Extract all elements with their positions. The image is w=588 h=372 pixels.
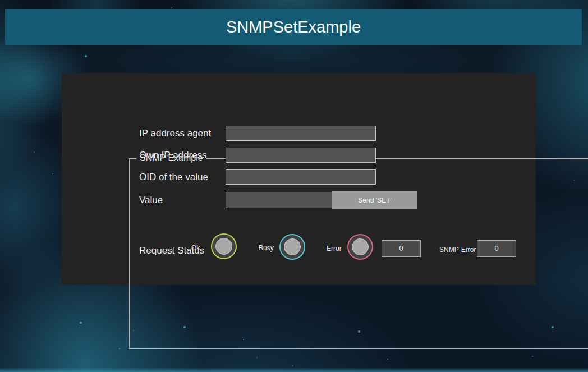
ip-address-agent-input[interactable] [226, 126, 376, 141]
snmp-error-label: SNMP-Error [439, 246, 476, 254]
oid-of-value-label: OID of the value [139, 169, 208, 185]
error-led-disc [352, 238, 369, 255]
error-led-indicator [347, 234, 373, 260]
ok-label: Ok [191, 244, 200, 252]
busy-led-disc [284, 238, 301, 255]
snmp-error-count-display: 0 [477, 240, 516, 257]
ok-led-disc [215, 238, 232, 255]
ip-address-agent-label: IP address agent [139, 126, 211, 141]
send-set-button[interactable]: Send 'SET' [332, 191, 417, 209]
value-label: Value [139, 192, 163, 208]
main-panel: SNMP Example IP address agent Own IP add… [62, 73, 536, 285]
own-ip-address-input[interactable] [226, 148, 376, 163]
error-label: Error [327, 245, 342, 252]
ok-led-indicator [211, 233, 237, 259]
busy-label: Busy [259, 244, 274, 252]
error-count-display: 0 [382, 240, 421, 257]
own-ip-address-label: Own IP address [139, 148, 207, 163]
busy-led-indicator [279, 234, 305, 260]
oid-of-value-input[interactable] [226, 169, 376, 185]
app-window: SNMPSetExample SNMP Example IP address a… [0, 0, 588, 372]
window-title: SNMPSetExample [226, 18, 361, 36]
star-dots [0, 0, 1, 1]
title-bar: SNMPSetExample [5, 9, 582, 45]
bottom-glow [0, 368, 588, 372]
